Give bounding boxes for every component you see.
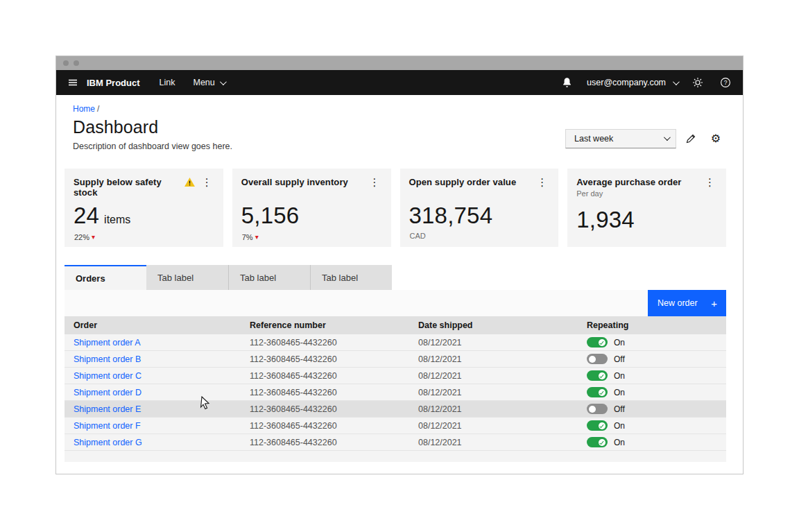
repeating-toggle[interactable] <box>587 370 608 381</box>
page-actions: Last week ⚙ <box>565 126 726 151</box>
reference-number-cell: 112-3608465-4432260 <box>241 421 409 431</box>
page-title: Dashboard <box>73 117 232 137</box>
column-header-repeating: Repeating <box>578 320 726 330</box>
page-description: Description of dashboard view goes here. <box>73 141 232 151</box>
overflow-menu-icon[interactable]: ⋮ <box>703 177 716 187</box>
orders-tabs: Orders Tab label Tab label Tab label <box>65 265 726 290</box>
table-footer <box>65 451 726 462</box>
period-dropdown[interactable]: Last week <box>565 129 676 148</box>
order-link[interactable]: Shipment order B <box>74 354 141 364</box>
repeating-toggle[interactable] <box>587 354 608 364</box>
user-menu[interactable]: user@company.com <box>587 78 678 87</box>
plus-icon: + <box>711 298 717 309</box>
header-menu[interactable]: Menu <box>194 78 225 87</box>
kpi-card-header: Overall supply inventory ⋮ <box>241 177 381 187</box>
repeating-toggle[interactable] <box>587 387 608 397</box>
kpi-value-row: 318,754 <box>409 203 493 229</box>
table-row[interactable]: Shipment order G 112-3608465-4432260 08/… <box>65 434 726 451</box>
breadcrumb-home-link[interactable]: Home <box>73 104 95 114</box>
date-shipped-cell: 08/12/2021 <box>409 421 578 431</box>
table-row[interactable]: Shipment order D 112-3608465-4432260 08/… <box>65 384 726 401</box>
overflow-menu-icon[interactable]: ⋮ <box>535 177 549 187</box>
table-row[interactable]: Shipment order B 112-3608465-4432260 08/… <box>65 351 726 368</box>
kpi-card-title: Open supply order value <box>409 177 517 187</box>
repeating-cell: On <box>578 437 726 447</box>
table-header-row: Order Reference number Date shipped Repe… <box>65 316 726 334</box>
column-header-date-shipped: Date shipped <box>409 320 578 330</box>
page-heading-block: Home/ Dashboard Description of dashboard… <box>73 104 232 151</box>
repeating-toggle[interactable] <box>587 420 608 431</box>
dashboard-page: Home/ Dashboard Description of dashboard… <box>56 95 743 474</box>
pencil-icon <box>685 133 696 144</box>
column-header-reference-number: Reference number <box>241 320 409 330</box>
kpi-subtitle: Per day <box>576 189 716 198</box>
order-link[interactable]: Shipment order D <box>74 388 141 397</box>
kpi-delta: 7% ▾ <box>242 233 259 241</box>
order-link[interactable]: Shipment order A <box>74 338 141 347</box>
kpi-card-title: Supply below safety stock <box>74 177 184 198</box>
kpi-card-supply-below-safety-stock: Supply below safety stock ⋮ 24 items 22%… <box>65 169 223 247</box>
orders-table: New order + Order Reference number Date … <box>65 290 726 462</box>
toggle-label: On <box>614 338 625 347</box>
repeating-cell: Off <box>578 404 726 414</box>
order-link[interactable]: Shipment order F <box>74 421 141 431</box>
caret-down-icon: ▾ <box>92 234 95 241</box>
kpi-value: 1,934 <box>576 207 635 233</box>
repeating-toggle[interactable] <box>587 437 608 447</box>
caret-down-icon: ▾ <box>255 234 259 241</box>
table-row[interactable]: Shipment order F 112-3608465-4432260 08/… <box>65 418 726 434</box>
window-dot <box>63 60 69 66</box>
chevron-down-icon <box>664 134 671 141</box>
user-email: user@company.com <box>587 78 666 87</box>
new-order-button[interactable]: New order + <box>648 290 726 316</box>
reference-number-cell: 112-3608465-4432260 <box>241 371 409 381</box>
tab-label-3[interactable]: Tab label <box>228 265 310 290</box>
tab-label-4[interactable]: Tab label <box>310 265 392 290</box>
order-link[interactable]: Shipment order G <box>74 438 142 447</box>
date-shipped-cell: 08/12/2021 <box>409 338 578 347</box>
header-link[interactable]: Link <box>160 78 175 87</box>
period-dropdown-value: Last week <box>574 134 613 144</box>
toggle-knob <box>589 356 596 363</box>
repeating-cell: On <box>578 387 726 397</box>
tab-orders[interactable]: Orders <box>65 265 146 290</box>
kpi-value-row: 24 items <box>74 203 130 229</box>
tab-label-2[interactable]: Tab label <box>146 265 228 290</box>
browser-titlebar <box>56 56 743 70</box>
overflow-menu-icon[interactable]: ⋮ <box>368 177 381 187</box>
kpi-value: 5,156 <box>241 203 300 229</box>
table-row-hovered[interactable]: Shipment order E 112-3608465-4432260 08/… <box>65 401 726 418</box>
app-header: IBM Product Link Menu user@company.com <box>56 70 743 95</box>
edit-button[interactable] <box>680 128 701 149</box>
order-link[interactable]: Shipment order C <box>74 371 141 381</box>
order-link[interactable]: Shipment order E <box>74 404 141 414</box>
kpi-delta-value: 22% <box>74 233 89 241</box>
overflow-menu-icon[interactable]: ⋮ <box>200 177 214 187</box>
product-name: IBM Product <box>87 78 140 88</box>
table-row[interactable]: Shipment order C 112-3608465-4432260 08/… <box>65 368 726 384</box>
reference-number-cell: 112-3608465-4432260 <box>241 438 409 447</box>
repeating-toggle[interactable] <box>587 404 608 414</box>
kpi-value: 24 <box>74 203 99 229</box>
repeating-toggle[interactable] <box>587 337 608 347</box>
settings-button[interactable]: ⚙ <box>705 128 726 149</box>
window-dot <box>74 60 79 66</box>
kpi-card-icons: ⋮ <box>184 177 214 187</box>
toggle-label: On <box>614 388 625 397</box>
table-row[interactable]: Shipment order A 112-3608465-4432260 08/… <box>65 334 726 351</box>
help-icon: ? <box>720 77 731 88</box>
help-button[interactable]: ? <box>718 75 733 90</box>
screenshot-stage: IBM Product Link Menu user@company.com <box>0 0 799 532</box>
new-order-label: New order <box>658 298 698 308</box>
theme-switcher-button[interactable] <box>690 75 705 90</box>
kpi-cards-row: Supply below safety stock ⋮ 24 items 22%… <box>65 169 726 247</box>
notifications-button[interactable] <box>559 75 574 90</box>
kpi-card-header: Supply below safety stock ⋮ <box>74 177 214 198</box>
hamburger-icon <box>67 77 78 88</box>
header-menu-label: Menu <box>194 78 215 87</box>
toggle-knob <box>599 339 605 346</box>
kpi-card-header: Average purchase order ⋮ <box>576 177 716 187</box>
header-right-actions: user@company.com ? <box>559 75 733 90</box>
kpi-footnote: CAD <box>410 232 426 240</box>
hamburger-menu-button[interactable] <box>63 70 83 95</box>
